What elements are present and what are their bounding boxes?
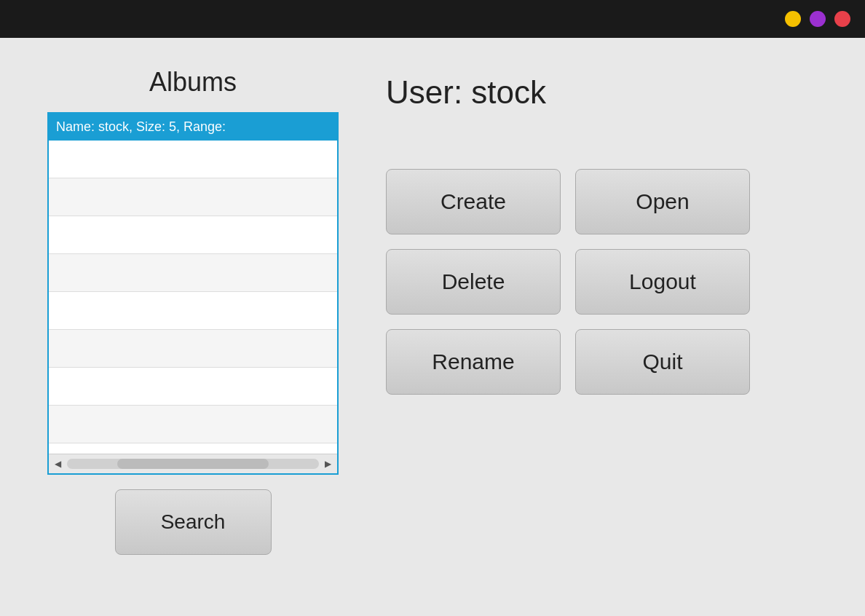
list-item[interactable]: [49, 254, 337, 292]
list-item[interactable]: [49, 368, 337, 406]
albums-title: Albums: [149, 67, 237, 98]
scroll-track[interactable]: [67, 459, 319, 469]
open-button[interactable]: Open: [575, 169, 750, 234]
scroll-right-arrow[interactable]: ▶: [322, 457, 334, 470]
rename-button[interactable]: Rename: [386, 329, 561, 395]
delete-button[interactable]: Delete: [386, 249, 561, 315]
left-panel: Albums Name: stock, Size: 5, Range: ◀ ▶: [44, 67, 342, 587]
create-button[interactable]: Create: [386, 169, 561, 234]
user-title: User: stock: [386, 74, 821, 111]
list-body[interactable]: [49, 141, 337, 454]
traffic-light-purple[interactable]: [810, 11, 826, 27]
logout-button[interactable]: Logout: [575, 249, 750, 315]
list-item[interactable]: [49, 216, 337, 254]
action-button-grid: Create Open Delete Logout Rename Quit: [386, 169, 750, 395]
topbar: [0, 0, 865, 38]
quit-button[interactable]: Quit: [575, 329, 750, 395]
right-panel: User: stock Create Open Delete Logout Re…: [386, 67, 821, 587]
list-header: Name: stock, Size: 5, Range:: [49, 114, 337, 141]
search-button[interactable]: Search: [115, 489, 272, 555]
scroll-left-arrow[interactable]: ◀: [52, 457, 64, 470]
traffic-light-yellow[interactable]: [785, 11, 801, 27]
list-item[interactable]: [49, 141, 337, 178]
list-item[interactable]: [49, 292, 337, 330]
list-item[interactable]: [49, 406, 337, 443]
list-item[interactable]: [49, 178, 337, 216]
list-item[interactable]: [49, 330, 337, 368]
scroll-thumb[interactable]: [117, 459, 269, 469]
albums-list-container: Name: stock, Size: 5, Range: ◀ ▶: [47, 112, 339, 475]
traffic-light-red[interactable]: [834, 11, 850, 27]
horizontal-scrollbar[interactable]: ◀ ▶: [49, 454, 337, 473]
main-content: Albums Name: stock, Size: 5, Range: ◀ ▶: [0, 38, 865, 616]
